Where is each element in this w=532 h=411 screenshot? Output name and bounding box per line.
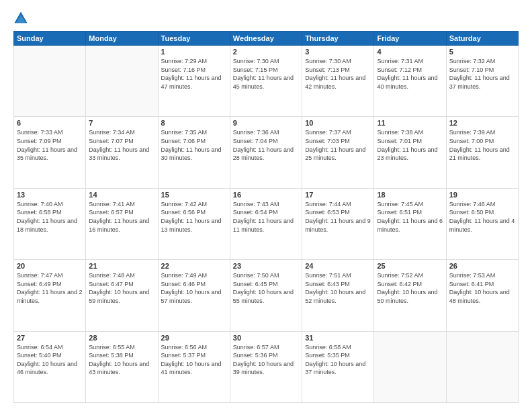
- day-info: Sunrise: 7:44 AM Sunset: 6:53 PM Dayligh…: [305, 200, 371, 234]
- day-info: Sunrise: 7:37 AM Sunset: 7:03 PM Dayligh…: [305, 128, 371, 162]
- day-number: 8: [161, 119, 227, 127]
- day-info: Sunrise: 6:57 AM Sunset: 5:36 PM Dayligh…: [233, 343, 299, 377]
- day-info: Sunrise: 7:32 AM Sunset: 7:10 PM Dayligh…: [449, 57, 515, 91]
- day-info: Sunrise: 7:50 AM Sunset: 6:45 PM Dayligh…: [233, 271, 299, 305]
- day-info: Sunrise: 7:31 AM Sunset: 7:12 PM Dayligh…: [377, 57, 443, 91]
- calendar-cell: 9Sunrise: 7:36 AM Sunset: 7:04 PM Daylig…: [230, 117, 302, 188]
- calendar-cell: 22Sunrise: 7:49 AM Sunset: 6:46 PM Dayli…: [158, 260, 230, 331]
- day-info: Sunrise: 7:40 AM Sunset: 6:58 PM Dayligh…: [17, 200, 83, 234]
- day-number: 14: [89, 191, 154, 199]
- calendar-cell: 18Sunrise: 7:45 AM Sunset: 6:51 PM Dayli…: [374, 188, 446, 259]
- day-number: 30: [233, 334, 299, 342]
- calendar-cell: 20Sunrise: 7:47 AM Sunset: 6:49 PM Dayli…: [14, 260, 86, 331]
- day-number: 9: [233, 119, 299, 127]
- day-info: Sunrise: 7:48 AM Sunset: 6:47 PM Dayligh…: [89, 271, 154, 305]
- calendar-week-row: 20Sunrise: 7:47 AM Sunset: 6:49 PM Dayli…: [14, 260, 519, 331]
- day-info: Sunrise: 7:30 AM Sunset: 7:15 PM Dayligh…: [233, 57, 299, 91]
- day-number: 22: [161, 262, 227, 270]
- calendar-cell: 13Sunrise: 7:40 AM Sunset: 6:58 PM Dayli…: [14, 188, 86, 259]
- calendar-cell: 26Sunrise: 7:53 AM Sunset: 6:41 PM Dayli…: [446, 260, 518, 331]
- calendar-table: SundayMondayTuesdayWednesdayThursdayFrid…: [13, 31, 519, 403]
- calendar-cell: [374, 331, 446, 402]
- calendar-cell: 1Sunrise: 7:29 AM Sunset: 7:16 PM Daylig…: [158, 46, 230, 117]
- day-number: 20: [17, 262, 83, 270]
- calendar-cell: 11Sunrise: 7:38 AM Sunset: 7:01 PM Dayli…: [374, 117, 446, 188]
- day-info: Sunrise: 7:39 AM Sunset: 7:00 PM Dayligh…: [449, 128, 515, 162]
- day-info: Sunrise: 7:33 AM Sunset: 7:09 PM Dayligh…: [17, 128, 83, 162]
- day-number: 29: [161, 334, 227, 342]
- day-number: 15: [161, 191, 227, 199]
- day-number: 24: [305, 262, 371, 270]
- day-info: Sunrise: 6:58 AM Sunset: 5:35 PM Dayligh…: [305, 343, 371, 377]
- calendar-cell: 29Sunrise: 6:56 AM Sunset: 5:37 PM Dayli…: [158, 331, 230, 402]
- calendar-cell: 3Sunrise: 7:30 AM Sunset: 7:13 PM Daylig…: [302, 46, 374, 117]
- day-info: Sunrise: 7:36 AM Sunset: 7:04 PM Dayligh…: [233, 128, 299, 162]
- day-info: Sunrise: 7:29 AM Sunset: 7:16 PM Dayligh…: [161, 57, 227, 91]
- day-info: Sunrise: 6:55 AM Sunset: 5:38 PM Dayligh…: [89, 343, 154, 377]
- day-info: Sunrise: 7:49 AM Sunset: 6:46 PM Dayligh…: [161, 271, 227, 305]
- calendar-week-row: 6Sunrise: 7:33 AM Sunset: 7:09 PM Daylig…: [14, 117, 519, 188]
- calendar-cell: 24Sunrise: 7:51 AM Sunset: 6:43 PM Dayli…: [302, 260, 374, 331]
- day-number: 10: [305, 119, 371, 127]
- day-number: 2: [233, 48, 299, 56]
- weekday-header: Friday: [374, 32, 446, 46]
- day-info: Sunrise: 7:30 AM Sunset: 7:13 PM Dayligh…: [305, 57, 371, 91]
- calendar-cell: [86, 46, 158, 117]
- weekday-header: Monday: [86, 32, 158, 46]
- day-info: Sunrise: 7:53 AM Sunset: 6:41 PM Dayligh…: [449, 271, 515, 305]
- calendar-cell: 6Sunrise: 7:33 AM Sunset: 7:09 PM Daylig…: [14, 117, 86, 188]
- header: [13, 11, 519, 26]
- day-number: 13: [17, 191, 83, 199]
- day-info: Sunrise: 6:56 AM Sunset: 5:37 PM Dayligh…: [161, 343, 227, 377]
- calendar-cell: 19Sunrise: 7:46 AM Sunset: 6:50 PM Dayli…: [446, 188, 518, 259]
- day-number: 27: [17, 334, 83, 342]
- day-info: Sunrise: 7:51 AM Sunset: 6:43 PM Dayligh…: [305, 271, 371, 305]
- day-number: 28: [89, 334, 154, 342]
- day-number: 3: [305, 48, 371, 56]
- day-info: Sunrise: 7:45 AM Sunset: 6:51 PM Dayligh…: [377, 200, 443, 234]
- day-info: Sunrise: 7:42 AM Sunset: 6:56 PM Dayligh…: [161, 200, 227, 234]
- day-number: 7: [89, 119, 154, 127]
- logo: [13, 11, 31, 26]
- day-number: 17: [305, 191, 371, 199]
- day-info: Sunrise: 7:52 AM Sunset: 6:42 PM Dayligh…: [377, 271, 443, 305]
- day-info: Sunrise: 7:46 AM Sunset: 6:50 PM Dayligh…: [449, 200, 515, 234]
- calendar-cell: 8Sunrise: 7:35 AM Sunset: 7:06 PM Daylig…: [158, 117, 230, 188]
- weekday-header: Saturday: [446, 32, 518, 46]
- day-number: 4: [377, 48, 443, 56]
- calendar-cell: 25Sunrise: 7:52 AM Sunset: 6:42 PM Dayli…: [374, 260, 446, 331]
- day-info: Sunrise: 7:34 AM Sunset: 7:07 PM Dayligh…: [89, 128, 154, 162]
- calendar-cell: 10Sunrise: 7:37 AM Sunset: 7:03 PM Dayli…: [302, 117, 374, 188]
- day-number: 16: [233, 191, 299, 199]
- day-number: 11: [377, 119, 443, 127]
- day-info: Sunrise: 6:54 AM Sunset: 5:40 PM Dayligh…: [17, 343, 83, 377]
- day-info: Sunrise: 7:43 AM Sunset: 6:54 PM Dayligh…: [233, 200, 299, 234]
- calendar-cell: 30Sunrise: 6:57 AM Sunset: 5:36 PM Dayli…: [230, 331, 302, 402]
- day-info: Sunrise: 7:35 AM Sunset: 7:06 PM Dayligh…: [161, 128, 227, 162]
- day-number: 21: [89, 262, 154, 270]
- day-number: 1: [161, 48, 227, 56]
- calendar-cell: 12Sunrise: 7:39 AM Sunset: 7:00 PM Dayli…: [446, 117, 518, 188]
- day-number: 18: [377, 191, 443, 199]
- calendar-header-row: SundayMondayTuesdayWednesdayThursdayFrid…: [14, 32, 519, 46]
- day-number: 31: [305, 334, 371, 342]
- calendar-cell: 28Sunrise: 6:55 AM Sunset: 5:38 PM Dayli…: [86, 331, 158, 402]
- logo-icon: [13, 11, 28, 26]
- day-number: 6: [17, 119, 83, 127]
- day-number: 5: [449, 48, 515, 56]
- page: SundayMondayTuesdayWednesdayThursdayFrid…: [0, 0, 532, 411]
- day-number: 23: [233, 262, 299, 270]
- calendar-cell: 23Sunrise: 7:50 AM Sunset: 6:45 PM Dayli…: [230, 260, 302, 331]
- calendar-cell: 27Sunrise: 6:54 AM Sunset: 5:40 PM Dayli…: [14, 331, 86, 402]
- day-info: Sunrise: 7:38 AM Sunset: 7:01 PM Dayligh…: [377, 128, 443, 162]
- calendar-cell: [446, 331, 518, 402]
- calendar-week-row: 13Sunrise: 7:40 AM Sunset: 6:58 PM Dayli…: [14, 188, 519, 259]
- calendar-cell: 17Sunrise: 7:44 AM Sunset: 6:53 PM Dayli…: [302, 188, 374, 259]
- calendar-cell: 21Sunrise: 7:48 AM Sunset: 6:47 PM Dayli…: [86, 260, 158, 331]
- day-info: Sunrise: 7:47 AM Sunset: 6:49 PM Dayligh…: [17, 271, 83, 305]
- calendar-week-row: 1Sunrise: 7:29 AM Sunset: 7:16 PM Daylig…: [14, 46, 519, 117]
- calendar-cell: 14Sunrise: 7:41 AM Sunset: 6:57 PM Dayli…: [86, 188, 158, 259]
- weekday-header: Tuesday: [158, 32, 230, 46]
- day-info: Sunrise: 7:41 AM Sunset: 6:57 PM Dayligh…: [89, 200, 154, 234]
- day-number: 19: [449, 191, 515, 199]
